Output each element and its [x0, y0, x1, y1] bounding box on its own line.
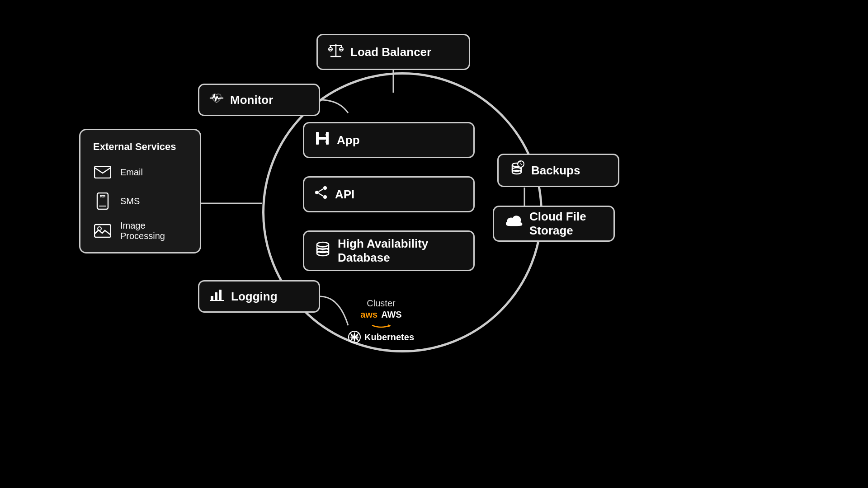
backups-label: Backups	[531, 164, 580, 178]
image-processing-service-item: ImageProcessing	[93, 221, 187, 241]
cloud-file-storage-component: Cloud FileStorage	[493, 206, 615, 242]
svg-rect-15	[319, 137, 326, 140]
svg-point-17	[326, 141, 328, 143]
svg-rect-36	[94, 166, 111, 178]
backup-icon	[509, 160, 525, 180]
email-icon	[93, 163, 112, 182]
database-icon	[314, 240, 331, 261]
svg-point-25	[317, 251, 329, 256]
app-icon	[314, 130, 330, 150]
external-services-box: External Services Email SMS SMS	[79, 129, 201, 253]
load-balancer-label: Load Balancer	[350, 45, 431, 59]
svg-point-19	[323, 195, 327, 199]
heartbeat-icon	[209, 91, 224, 109]
svg-marker-52	[356, 338, 359, 342]
app-label: App	[337, 133, 360, 147]
share-icon	[314, 185, 329, 203]
aws-text-label: aws	[360, 310, 377, 320]
image-processing-label: ImageProcessing	[120, 221, 165, 241]
svg-line-22	[319, 193, 323, 196]
svg-point-23	[317, 242, 329, 247]
sms-service-item: SMS SMS	[93, 192, 187, 211]
svg-marker-50	[356, 333, 359, 336]
aws-word-label: AWS	[381, 310, 402, 320]
scale-icon	[328, 42, 344, 62]
diagram-container: Load Balancer Monitor App	[0, 0, 868, 488]
email-service-item: Email	[93, 163, 187, 182]
api-component: API	[303, 176, 475, 212]
svg-point-32	[512, 170, 521, 174]
ha-database-label: High AvailabilityDatabase	[338, 237, 428, 265]
backups-component: Backups	[497, 154, 619, 187]
aws-swoosh	[371, 324, 391, 328]
email-label: Email	[120, 167, 143, 178]
app-component: App	[303, 122, 475, 158]
monitor-label: Monitor	[230, 93, 273, 107]
logging-component: Logging	[198, 280, 320, 313]
aws-label-container: aws AWS	[348, 310, 414, 320]
load-balancer-component: Load Balancer	[316, 34, 470, 70]
cluster-labels: Cluster aws AWS Kuber	[348, 298, 414, 343]
svg-marker-49	[350, 333, 353, 336]
sms-icon: SMS	[93, 192, 112, 211]
kubernetes-label-container: Kubernetes	[348, 331, 414, 343]
svg-line-21	[319, 189, 323, 192]
svg-rect-26	[211, 296, 213, 300]
api-label: API	[335, 188, 354, 202]
svg-point-18	[323, 186, 327, 190]
svg-marker-51	[350, 338, 353, 342]
ha-database-component: High AvailabilityDatabase	[303, 230, 475, 271]
svg-rect-28	[219, 290, 222, 300]
svg-rect-27	[215, 292, 217, 300]
cloud-file-storage-label: Cloud FileStorage	[529, 210, 586, 238]
monitor-component: Monitor	[198, 84, 320, 116]
svg-point-16	[326, 133, 328, 136]
cloud-icon	[504, 214, 523, 234]
cluster-label: Cluster	[348, 298, 414, 309]
svg-marker-43	[388, 324, 391, 327]
sms-label: SMS	[120, 196, 140, 206]
svg-rect-13	[316, 132, 319, 145]
bar-chart-icon	[209, 287, 225, 306]
kubernetes-text: Kubernetes	[364, 332, 414, 343]
svg-point-53	[353, 335, 356, 339]
kubernetes-icon	[348, 331, 361, 343]
svg-text:SMS: SMS	[100, 195, 106, 198]
logging-label: Logging	[231, 290, 278, 304]
external-services-title: External Services	[93, 141, 187, 153]
image-processing-icon	[93, 221, 112, 240]
svg-point-20	[315, 191, 319, 194]
